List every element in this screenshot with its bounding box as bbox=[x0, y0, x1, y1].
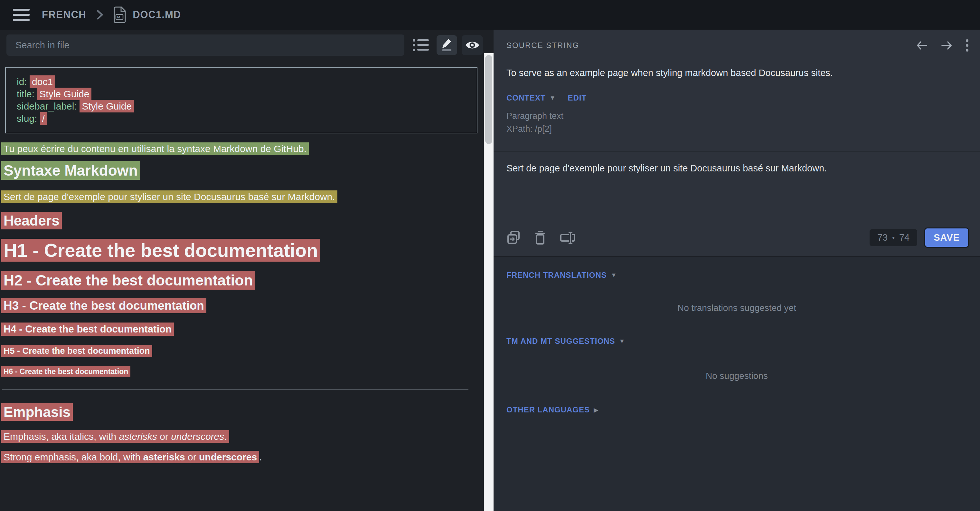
strong-pre: Strong emphasis, aka bold, with bbox=[3, 452, 143, 462]
edit-mode-button[interactable] bbox=[437, 35, 457, 55]
context-xpath: XPath: /p[2] bbox=[506, 123, 967, 135]
strong-mid: or bbox=[185, 452, 199, 462]
topbar: FRENCH M↓ DOC1.MD bbox=[0, 0, 980, 30]
counter-total: 74 bbox=[899, 232, 910, 243]
intro-period: . bbox=[304, 144, 307, 154]
delete-translation-button[interactable] bbox=[534, 230, 546, 245]
tm-mt-toggle[interactable]: TM AND MT SUGGESTIONS bbox=[506, 337, 615, 346]
intro-text: Tu peux écrire du contenu en utilisant bbox=[3, 144, 167, 154]
untranslated-string[interactable]: Emphasis, aka italics, with asterisks or… bbox=[1, 430, 229, 443]
frontmatter-value[interactable]: / bbox=[40, 112, 47, 125]
string-list-button[interactable] bbox=[412, 35, 430, 55]
next-string-button[interactable] bbox=[940, 40, 953, 51]
translation-input[interactable]: Sert de page d'exemple pour styliser un … bbox=[506, 163, 967, 227]
french-translations-section: FRENCH TRANSLATIONS ▼ bbox=[506, 271, 980, 279]
other-languages-caret-icon: ▶ bbox=[593, 406, 598, 414]
frontmatter-block: id: doc1 title: Style Guide sidebar_labe… bbox=[5, 67, 477, 133]
document-content: id: doc1 title: Style Guide sidebar_labe… bbox=[0, 56, 484, 511]
character-counter: 73 • 74 bbox=[870, 229, 917, 246]
source-string-card: SOURCE STRING To serve as an example pag… bbox=[493, 30, 980, 257]
strong-asterisks: asterisks bbox=[143, 452, 185, 462]
paragraph-italics: Emphasis, aka italics, with asterisks or… bbox=[1, 431, 484, 442]
frontmatter-line: title: Style Guide bbox=[17, 88, 470, 100]
untranslated-string[interactable]: H1 - Create the best documentation bbox=[1, 239, 320, 262]
translation-toolbar: 73 • 74 SAVE bbox=[493, 227, 980, 256]
paragraph-sert: Sert de page d'exemple pour styliser un … bbox=[1, 192, 484, 202]
github-markdown-link[interactable]: la syntaxe Markdown de GitHub bbox=[167, 144, 304, 154]
context-details: Paragraph text XPath: /p[2] bbox=[506, 110, 967, 135]
document-scrollbar[interactable] bbox=[484, 53, 493, 511]
untranslated-string[interactable]: H2 - Create the best documentation bbox=[1, 271, 255, 290]
save-button[interactable]: SAVE bbox=[924, 227, 969, 248]
paragraph-intro: Tu peux écrire du contenu en utilisant l… bbox=[1, 144, 484, 154]
source-string-text: To serve as an example page when styling… bbox=[506, 68, 967, 78]
rename-string-button[interactable] bbox=[559, 231, 575, 245]
counter-separator: • bbox=[892, 233, 895, 242]
copy-source-button[interactable] bbox=[506, 230, 521, 245]
untranslated-string[interactable]: H3 - Create the best documentation bbox=[1, 298, 206, 313]
heading-h3: H3 - Create the best documentation bbox=[1, 299, 484, 313]
frontmatter-value[interactable]: Style Guide bbox=[80, 100, 134, 112]
translated-string[interactable]: Syntaxe Markdown bbox=[1, 161, 140, 180]
tm-mt-caret-icon: ▼ bbox=[619, 338, 625, 345]
untranslated-string[interactable]: H6 - Create the best documentation bbox=[1, 366, 130, 377]
heading-emphasis: Emphasis bbox=[1, 404, 484, 420]
em-underscores: underscores bbox=[171, 431, 224, 442]
untranslated-string[interactable]: Strong emphasis, aka bold, with asterisk… bbox=[1, 451, 259, 463]
breadcrumb-project[interactable]: FRENCH bbox=[42, 9, 86, 21]
markdown-file-icon: M↓ bbox=[113, 6, 127, 24]
search-row bbox=[0, 30, 493, 56]
untranslated-string[interactable]: Headers bbox=[1, 212, 62, 229]
other-languages-toggle[interactable]: OTHER LANGUAGES bbox=[506, 405, 590, 414]
context-toggle[interactable]: CONTEXT bbox=[506, 93, 546, 102]
search-input[interactable] bbox=[6, 35, 404, 56]
heading-syntaxe-markdown: Syntaxe Markdown bbox=[1, 162, 484, 179]
paragraph-bold: Strong emphasis, aka bold, with asterisk… bbox=[1, 452, 484, 463]
em-period: . bbox=[224, 431, 227, 442]
horizontal-rule bbox=[2, 389, 468, 390]
preview-mode-button[interactable] bbox=[462, 35, 483, 55]
em-mid: or bbox=[157, 431, 171, 442]
source-string-label: SOURCE STRING bbox=[506, 41, 904, 50]
no-suggestions-message: No suggestions bbox=[493, 371, 980, 381]
hamburger-menu-icon[interactable] bbox=[13, 9, 30, 21]
frontmatter-line: slug: / bbox=[17, 112, 470, 125]
context-row: CONTEXT ▼ EDIT bbox=[506, 93, 967, 102]
untranslated-string[interactable]: Emphasis bbox=[1, 403, 73, 421]
heading-h4: H4 - Create the best documentation bbox=[1, 324, 484, 335]
frontmatter-key: sidebar_label: bbox=[17, 101, 80, 112]
context-caret-icon: ▼ bbox=[550, 94, 556, 102]
frontmatter-key: slug: bbox=[17, 113, 40, 124]
breadcrumb-chevron-icon bbox=[96, 8, 104, 21]
svg-text:M↓: M↓ bbox=[117, 15, 122, 19]
other-languages-section: OTHER LANGUAGES ▶ bbox=[506, 405, 980, 414]
current-string[interactable]: Sert de page d'exemple pour styliser un … bbox=[1, 190, 337, 203]
french-translations-caret-icon: ▼ bbox=[611, 271, 617, 279]
document-panel: id: doc1 title: Style Guide sidebar_labe… bbox=[0, 30, 493, 511]
translated-string[interactable]: Tu peux écrire du contenu en utilisant l… bbox=[1, 142, 309, 155]
frontmatter-value[interactable]: Style Guide bbox=[37, 88, 91, 100]
untranslated-string[interactable]: H5 - Create the best documentation bbox=[1, 345, 152, 357]
heading-h5: H5 - Create the best documentation bbox=[1, 346, 484, 356]
em-pre: Emphasis, aka italics, with bbox=[3, 431, 119, 442]
context-type: Paragraph text bbox=[506, 110, 967, 123]
breadcrumb-file[interactable]: DOC1.MD bbox=[133, 9, 181, 21]
heading-h6: H6 - Create the best documentation bbox=[1, 367, 484, 376]
scrollbar-thumb[interactable] bbox=[485, 55, 492, 144]
more-options-icon[interactable] bbox=[966, 39, 969, 51]
frontmatter-value[interactable]: doc1 bbox=[30, 75, 55, 88]
source-card-header: SOURCE STRING bbox=[493, 30, 980, 51]
heading-h2: H2 - Create the best documentation bbox=[1, 271, 484, 289]
heading-h1: H1 - Create the best documentation bbox=[1, 240, 484, 261]
frontmatter-line: sidebar_label: Style Guide bbox=[17, 100, 470, 112]
em-asterisks: asterisks bbox=[119, 431, 157, 442]
previous-string-button[interactable] bbox=[916, 40, 929, 51]
untranslated-string[interactable]: H4 - Create the best documentation bbox=[1, 323, 174, 336]
edit-context-button[interactable]: EDIT bbox=[568, 93, 587, 102]
frontmatter-line: id: doc1 bbox=[17, 76, 470, 88]
french-translations-toggle[interactable]: FRENCH TRANSLATIONS bbox=[506, 271, 607, 279]
heading-headers: Headers bbox=[1, 212, 484, 229]
strong-period: . bbox=[259, 452, 262, 462]
no-translations-message: No translations suggested yet bbox=[493, 303, 980, 313]
frontmatter-key: id: bbox=[17, 77, 30, 87]
